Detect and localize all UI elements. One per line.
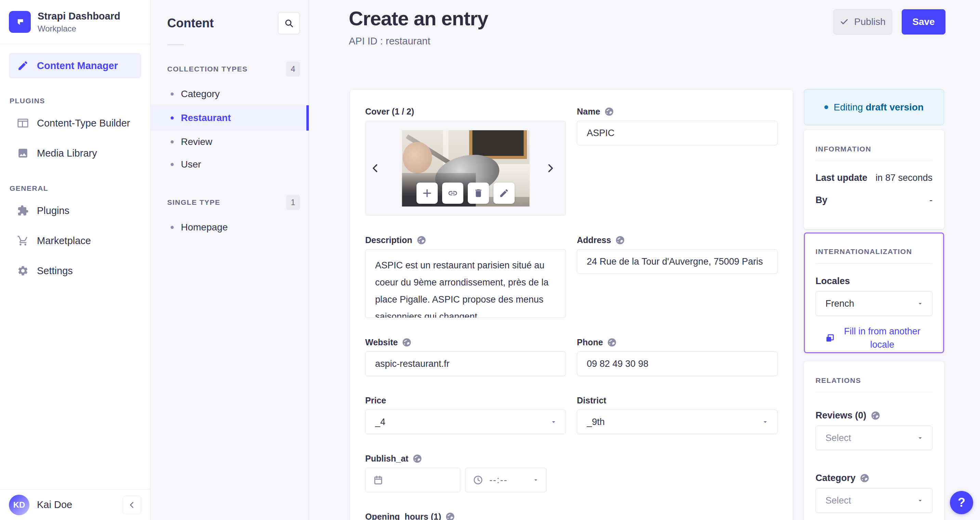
price-select[interactable]: _4 <box>365 410 566 434</box>
edit-asset-button[interactable] <box>493 183 515 204</box>
collection-type-restaurant[interactable]: Restaurant <box>151 105 309 130</box>
collection-type-category[interactable]: Category <box>151 83 309 105</box>
sidebar-item-content-manager[interactable]: Content Manager <box>9 53 141 78</box>
name-label: Name <box>577 107 600 116</box>
collection-types-label: COLLECTION TYPES <box>167 65 248 73</box>
chevron-down-icon <box>916 300 924 307</box>
plus-icon <box>422 188 432 198</box>
district-select[interactable]: _9th <box>577 410 778 434</box>
strapi-logo-icon <box>9 11 31 33</box>
relations-card: RELATIONS Reviews (0) Select Category Se… <box>804 361 944 520</box>
phone-label: Phone <box>577 337 603 347</box>
chevron-down-icon <box>762 418 769 426</box>
single-type-label: SINGLE TYPE <box>167 198 220 207</box>
publish-button-label: Publish <box>854 16 886 27</box>
divider <box>816 161 932 161</box>
phone-input[interactable]: 09 82 49 30 98 <box>577 351 778 376</box>
save-button[interactable]: Save <box>902 9 945 35</box>
globe-icon <box>615 235 625 245</box>
name-input[interactable]: ASPIC <box>577 121 778 145</box>
add-asset-button[interactable] <box>417 183 438 204</box>
price-value: _4 <box>375 417 385 427</box>
search-icon <box>284 19 294 28</box>
publish-at-time-input[interactable]: --:-- <box>465 468 546 492</box>
publish-at-date-input[interactable] <box>365 468 460 492</box>
locales-label: Locales <box>816 276 932 286</box>
cover-field: Cover (1 / 2) <box>365 107 566 216</box>
globe-icon <box>607 337 617 347</box>
collapse-sidebar-button[interactable] <box>123 496 141 514</box>
calendar-icon <box>373 475 383 485</box>
cover-carousel <box>365 121 566 216</box>
layout-icon <box>17 117 29 129</box>
category-select-placeholder: Select <box>826 495 851 506</box>
chevron-down-icon <box>532 477 539 483</box>
cover-label: Cover (1 / 2) <box>365 107 414 116</box>
locale-select[interactable]: French <box>816 291 932 316</box>
description-textarea[interactable]: ASPIC est un restaurant parisien situé a… <box>365 249 566 318</box>
avatar[interactable]: KD <box>9 495 29 515</box>
locale-value: French <box>826 299 854 309</box>
help-button[interactable]: ? <box>950 491 973 514</box>
collection-type-user[interactable]: User <box>151 153 309 176</box>
content-panel: Content COLLECTION TYPES 4 Category Rest… <box>151 0 309 520</box>
carousel-next-button[interactable] <box>545 161 561 176</box>
last-update-value: in 87 seconds <box>875 173 932 183</box>
address-input[interactable]: 24 Rue de la Tour d'Auvergne, 75009 Pari… <box>577 249 778 274</box>
copy-link-button[interactable] <box>442 183 463 204</box>
website-label: Website <box>365 337 398 347</box>
sidebar-item-plugins[interactable]: Plugins <box>9 198 141 223</box>
app-title: Strapi Dashboard <box>38 11 120 22</box>
user-name: Kai Doe <box>37 499 115 510</box>
by-row: By - <box>816 195 932 205</box>
internationalization-card: INTERNATIONALIZATION Locales French Fill… <box>804 232 944 353</box>
sidebar-item-label: Plugins <box>37 205 69 216</box>
sidebar-item-label: Media Library <box>37 148 97 159</box>
image-icon <box>17 147 29 159</box>
category-label: Category <box>816 473 932 483</box>
app-brand: Strapi Dashboard Workplace <box>0 0 150 44</box>
publish-at-label: Publish_at <box>365 454 408 464</box>
globe-icon <box>402 337 412 347</box>
search-button[interactable] <box>278 12 300 34</box>
sidebar-item-settings[interactable]: Settings <box>9 258 141 283</box>
chevron-left-icon <box>370 163 380 173</box>
sidebar-item-media-library[interactable]: Media Library <box>9 140 141 166</box>
api-id-subtitle: API ID : restaurant <box>349 35 431 47</box>
publish-button[interactable]: Publish <box>833 9 892 35</box>
fill-from-locale-link[interactable]: Fill in from another locale <box>816 325 932 351</box>
sidebar-item-label: Settings <box>37 265 73 277</box>
time-placeholder: --:-- <box>489 475 526 485</box>
relations-heading: RELATIONS <box>816 377 932 385</box>
category-select[interactable]: Select <box>816 488 932 513</box>
name-field: Name ASPIC <box>577 107 778 216</box>
collection-type-review[interactable]: Review <box>151 130 309 153</box>
divider <box>816 392 932 393</box>
collection-types-count-badge: 4 <box>286 62 300 76</box>
by-value: - <box>929 195 932 205</box>
draft-dot-icon <box>824 105 828 109</box>
sidebar-footer: KD Kai Doe <box>0 489 150 520</box>
sidebar-item-content-type-builder[interactable]: Content-Type Builder <box>9 110 141 136</box>
district-value: _9th <box>587 417 605 427</box>
reviews-select[interactable]: Select <box>816 426 932 450</box>
information-card: INFORMATION Last update in 87 seconds By… <box>804 130 944 229</box>
globe-icon <box>870 410 880 420</box>
sidebar-item-label: Content-Type Builder <box>37 118 130 129</box>
draft-version-banner: Editing draft version <box>804 89 944 125</box>
globe-icon <box>604 107 614 116</box>
delete-asset-button[interactable] <box>468 183 489 204</box>
website-input[interactable]: aspic-restaurant.fr <box>365 351 566 376</box>
single-type-homepage[interactable]: Homepage <box>151 216 309 239</box>
sidebar-item-label: Content Manager <box>37 60 118 72</box>
entry-form-card: Cover (1 / 2) <box>350 90 792 520</box>
sidebar-item-marketplace[interactable]: Marketplace <box>9 228 141 253</box>
globe-icon <box>860 473 870 483</box>
carousel-prev-button[interactable] <box>370 161 386 176</box>
phone-field: Phone 09 82 49 30 98 <box>577 337 778 376</box>
district-field: District _9th <box>577 395 778 434</box>
chevron-down-icon <box>550 418 557 426</box>
sidebar-item-label: Marketplace <box>37 235 91 246</box>
single-type-count-badge: 1 <box>286 195 300 210</box>
description-field: Description ASPIC est un restaurant pari… <box>365 235 566 318</box>
